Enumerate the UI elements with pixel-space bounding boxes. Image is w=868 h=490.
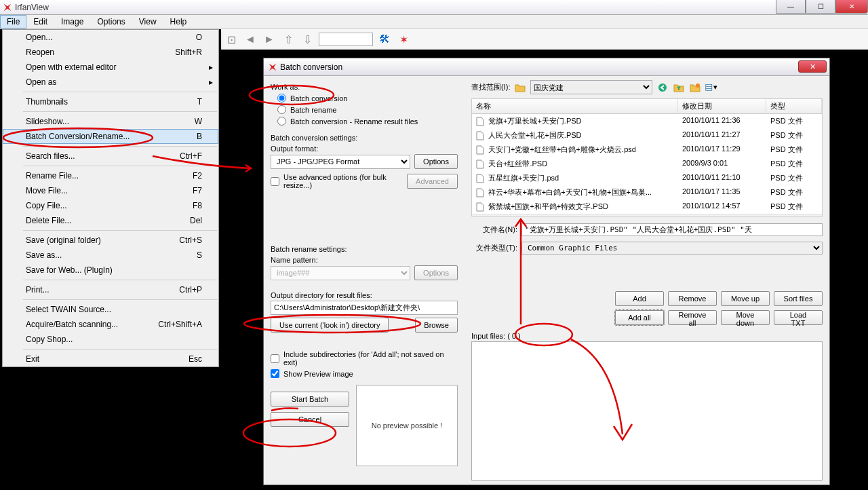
- file-row[interactable]: 祥云+华表+幕布+白鸽+天安门+礼物+国旗+鸟巢...2010/10/17 11…: [472, 185, 822, 200]
- menu-item[interactable]: Batch Conversion/Rename...B: [3, 129, 218, 144]
- maximize-button[interactable]: ☐: [806, 0, 835, 14]
- zoom-fit-icon[interactable]: ⊡: [224, 32, 239, 47]
- page-down-icon[interactable]: ⇩: [300, 32, 315, 47]
- dialog-left-panel: Work as: Batch conversion Batch rename B…: [264, 76, 465, 485]
- document-icon: [476, 188, 486, 197]
- file-row[interactable]: 五星红旗+天安门.psd2010/10/11 21:10PSD 文件: [472, 171, 822, 185]
- new-folder-icon[interactable]: [689, 81, 701, 94]
- add-all-button[interactable]: Add all: [615, 310, 664, 325]
- prev-icon[interactable]: ◄: [243, 32, 258, 47]
- file-row[interactable]: 紫禁城+国旗+和平鸽+特效文字.PSD2010/10/12 14:57PSD 文…: [472, 200, 822, 214]
- menu-item[interactable]: Open with external editor▸: [3, 60, 218, 75]
- document-icon: [476, 145, 486, 155]
- name-pattern-input: image###: [271, 266, 410, 280]
- horizontal-scrollbar[interactable]: ◄ ─────────── ►: [472, 214, 822, 216]
- menu-item[interactable]: Open as▸: [3, 75, 218, 90]
- menu-item[interactable]: Rename File...F2: [3, 168, 218, 183]
- tools-icon[interactable]: 🛠: [377, 32, 392, 47]
- page-up-icon[interactable]: ⇧: [281, 32, 296, 47]
- up-folder-icon[interactable]: [673, 81, 685, 94]
- menu-item[interactable]: Slideshow...W: [3, 114, 218, 129]
- window-controls: — ☐ ✕: [776, 0, 868, 14]
- menu-item[interactable]: Copy Shop...: [3, 332, 218, 347]
- menu-item[interactable]: Save as...S: [3, 248, 218, 263]
- dialog-close-button[interactable]: ✕: [798, 60, 827, 73]
- menu-options[interactable]: Options: [90, 15, 132, 29]
- file-browser[interactable]: 名称 修改日期 类型 党旗+万里长城+天安门.PSD2010/10/11 21:…: [471, 98, 823, 216]
- include-subdirs-checkbox[interactable]: [271, 354, 279, 363]
- menu-file[interactable]: File: [0, 15, 26, 29]
- menu-item[interactable]: Open...O: [3, 30, 218, 45]
- menu-item[interactable]: Save (original folder)Ctrl+S: [3, 233, 218, 248]
- filetype-label: 文件类型(T):: [471, 243, 517, 253]
- remove-all-button[interactable]: Remove all: [668, 310, 717, 325]
- view-mode-icon[interactable]: ▾: [705, 81, 717, 94]
- back-icon[interactable]: [656, 81, 669, 94]
- radio-batch-rename[interactable]: [277, 105, 286, 114]
- menu-item[interactable]: ReopenShift+R: [3, 45, 218, 60]
- filetype-select[interactable]: Common Graphic Files: [521, 242, 823, 255]
- output-format-select[interactable]: JPG - JPG/JPEG Format: [271, 155, 410, 169]
- cancel-button[interactable]: Cancel: [271, 412, 349, 427]
- menu-help[interactable]: Help: [163, 15, 194, 29]
- format-options-button[interactable]: Options: [414, 154, 458, 169]
- start-batch-button[interactable]: Start Batch: [271, 392, 349, 407]
- move-down-button[interactable]: Move down: [721, 310, 770, 325]
- document-icon: [476, 202, 486, 212]
- menu-item[interactable]: Acquire/Batch scanning...Ctrl+Shift+A: [3, 317, 218, 332]
- radio-batch-conversion-rename[interactable]: [277, 117, 286, 126]
- document-icon: [476, 131, 486, 140]
- menubar: FileEditImageOptionsViewHelp: [0, 15, 868, 29]
- menu-edit[interactable]: Edit: [26, 15, 54, 29]
- rename-options-button[interactable]: Options: [414, 265, 458, 280]
- menu-item[interactable]: ThumbnailsT: [3, 94, 218, 109]
- menu-item[interactable]: Select TWAIN Source...: [3, 302, 218, 317]
- main-titlebar: IrfanView — ☐ ✕: [0, 0, 868, 15]
- look-in-select[interactable]: 国庆党建: [530, 80, 652, 94]
- toolbar-input[interactable]: [319, 33, 373, 46]
- menu-item[interactable]: ExitEsc: [3, 352, 218, 366]
- show-preview-checkbox[interactable]: [271, 369, 279, 378]
- sort-files-button[interactable]: Sort files: [774, 291, 823, 306]
- next-icon[interactable]: ►: [262, 32, 277, 47]
- filename-input[interactable]: [521, 223, 823, 236]
- output-dir-label: Output directory for result files:: [271, 291, 458, 299]
- load-txt-button[interactable]: Load TXT: [774, 310, 823, 325]
- file-row[interactable]: 天安门+党徽+红丝带+白鸽+雕像+火烧云.psd2010/10/17 11:29…: [472, 143, 822, 157]
- input-files-list[interactable]: [471, 341, 823, 480]
- filename-label: 文件名(N):: [471, 225, 517, 235]
- file-row[interactable]: 人民大会堂+礼花+国庆.PSD2010/10/11 21:27PSD 文件: [472, 128, 822, 143]
- menu-item[interactable]: Delete File...Del: [3, 213, 218, 228]
- document-icon: [476, 117, 486, 126]
- star-icon[interactable]: ✶: [396, 32, 411, 47]
- use-current-dir-button[interactable]: Use current ('look in') directory: [271, 318, 389, 333]
- menu-item[interactable]: Save for Web... (PlugIn): [3, 263, 218, 278]
- file-menu: Open...OReopenShift+ROpen with external …: [2, 29, 219, 367]
- move-up-button[interactable]: Move up: [721, 291, 770, 306]
- menu-item[interactable]: Search files...Ctrl+F: [3, 149, 218, 164]
- preview-box: No preview possible !: [356, 385, 458, 466]
- radio-batch-conversion[interactable]: [277, 94, 286, 102]
- minimize-button[interactable]: —: [776, 0, 806, 14]
- file-row[interactable]: 党旗+万里长城+天安门.PSD2010/10/11 21:36PSD 文件: [472, 114, 822, 128]
- output-dir-input[interactable]: [271, 301, 458, 315]
- file-row[interactable]: 天台+红丝带.PSD2009/9/3 0:01PSD 文件: [472, 157, 822, 171]
- menu-image[interactable]: Image: [54, 15, 90, 29]
- menu-item[interactable]: Print...Ctrl+P: [3, 282, 218, 297]
- look-in-label: 查找范围(I):: [471, 82, 510, 92]
- toolbar: ⊡ ◄ ► ⇧ ⇩ 🛠 ✶: [221, 29, 868, 50]
- menu-item[interactable]: Move File...F7: [3, 183, 218, 198]
- add-button[interactable]: Add: [615, 291, 664, 306]
- menu-item[interactable]: Copy File...F8: [3, 198, 218, 213]
- close-button[interactable]: ✕: [835, 0, 868, 14]
- br-settings-label: Batch rename settings:: [271, 245, 458, 253]
- bc-settings-label: Batch conversion settings:: [271, 134, 458, 142]
- app-icon: [3, 3, 12, 12]
- menu-view[interactable]: View: [132, 15, 163, 29]
- advanced-options-checkbox[interactable]: [271, 177, 279, 186]
- advanced-button[interactable]: Advanced: [407, 174, 458, 189]
- dialog-title: Batch conversion: [280, 62, 342, 72]
- name-pattern-label: Name pattern:: [271, 256, 458, 264]
- remove-button[interactable]: Remove: [668, 291, 717, 306]
- browse-button[interactable]: Browse: [415, 318, 458, 333]
